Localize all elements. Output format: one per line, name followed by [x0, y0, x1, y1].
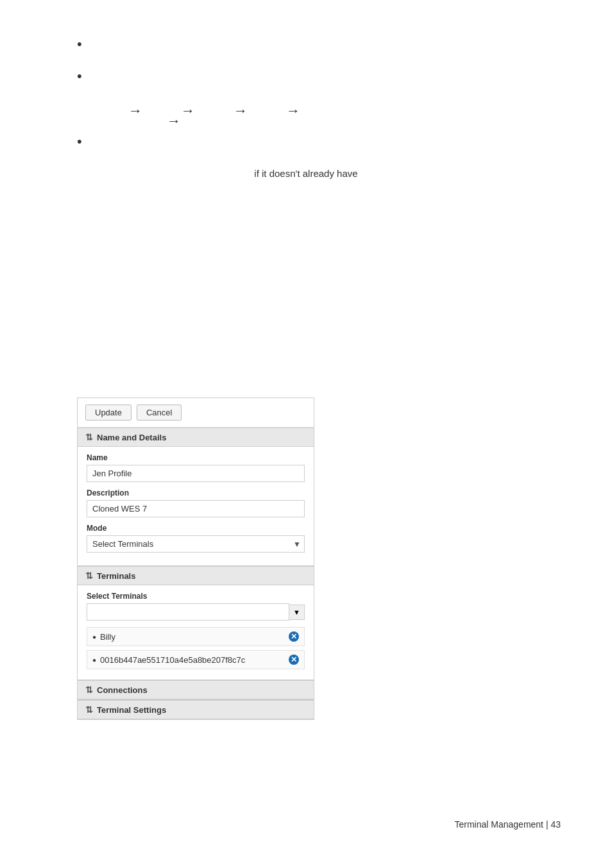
name-details-body: Name Description Mode Select Terminals A… — [78, 447, 314, 565]
terminals-section-header[interactable]: ⇅ Terminals — [78, 566, 314, 585]
terminals-body: Select Terminals ▼ ● Billy ✕ ● — [78, 585, 314, 680]
terminal-item-billy: ● Billy ✕ — [87, 627, 305, 646]
top-content: • • → → → → → • if it doesn't already ha… — [0, 0, 612, 211]
if-text: if it doesn't already have — [77, 168, 535, 179]
terminal-dot-billy: ● — [92, 633, 96, 640]
description-field: Description — [87, 488, 305, 517]
name-details-toggle-icon: ⇅ — [85, 432, 93, 442]
select-terminals-dropdown[interactable] — [87, 603, 289, 621]
description-input[interactable] — [87, 500, 305, 517]
remove-uuid-button[interactable]: ✕ — [289, 655, 299, 665]
terminals-section: ⇅ Terminals Select Terminals ▼ ● Billy — [78, 565, 314, 680]
mode-field: Mode Select Terminals All Terminals ▼ — [87, 524, 305, 553]
terminal-name-uuid: 0016b447ae551710a4e5a8be207f8c7c — [100, 655, 245, 665]
description-label: Description — [87, 488, 305, 497]
terminals-title: Terminals — [97, 571, 135, 581]
connections-section-header[interactable]: ⇅ Connections — [78, 680, 314, 699]
remove-billy-button[interactable]: ✕ — [289, 631, 299, 642]
update-button[interactable]: Update — [85, 405, 132, 421]
form-panel: Update Cancel ⇅ Name and Details Name De… — [77, 397, 314, 720]
connections-section: ⇅ Connections — [78, 680, 314, 699]
footer-text: Terminal Management | 43 — [455, 819, 561, 830]
terminals-toggle-icon: ⇅ — [85, 571, 93, 581]
select-terminals-row: Select Terminals ▼ — [87, 592, 305, 621]
arrow-1: → — [128, 103, 142, 119]
arrow-4: → — [286, 103, 300, 119]
select-terminals-arrow-btn[interactable]: ▼ — [289, 605, 305, 620]
connections-toggle-icon: ⇅ — [85, 685, 93, 695]
bullet-item-1: • — [77, 38, 535, 51]
bullet-section-2: • — [77, 71, 535, 83]
page-footer: Terminal Management | 43 — [455, 819, 561, 830]
bullet-item-2: • — [77, 71, 535, 83]
arrow-sub: → — [167, 113, 181, 129]
terminal-settings-section: ⇅ Terminal Settings — [78, 699, 314, 719]
name-details-title: Name and Details — [97, 433, 166, 442]
terminal-settings-toggle-icon: ⇅ — [85, 705, 93, 715]
arrow-3: → — [234, 103, 248, 119]
terminal-dot-uuid: ● — [92, 656, 96, 664]
terminal-item-uuid-left: ● 0016b447ae551710a4e5a8be207f8c7c — [92, 655, 245, 665]
name-details-section-header[interactable]: ⇅ Name and Details — [78, 428, 314, 447]
terminal-item-billy-left: ● Billy — [92, 632, 115, 642]
bullet-item-3: • — [77, 136, 535, 149]
select-terminals-wrapper: ▼ — [87, 603, 305, 621]
terminal-settings-section-header[interactable]: ⇅ Terminal Settings — [78, 700, 314, 719]
terminal-name-billy: Billy — [100, 632, 115, 642]
bullet-section-3: • — [77, 136, 535, 149]
select-terminals-label: Select Terminals — [87, 592, 305, 601]
name-input[interactable] — [87, 465, 305, 482]
name-label: Name — [87, 453, 305, 462]
terminal-item-uuid: ● 0016b447ae551710a4e5a8be207f8c7c ✕ — [87, 650, 305, 669]
arrow-sub-row: → — [167, 113, 535, 129]
terminal-settings-title: Terminal Settings — [97, 705, 166, 715]
mode-select[interactable]: Select Terminals All Terminals — [87, 535, 305, 553]
form-toolbar: Update Cancel — [78, 398, 314, 428]
mode-label: Mode — [87, 524, 305, 533]
bullet-section-1: • — [77, 38, 535, 51]
connections-title: Connections — [97, 685, 148, 695]
bullet-dot-2: • — [77, 69, 82, 83]
bullet-dot-1: • — [77, 37, 82, 51]
name-field: Name — [87, 453, 305, 482]
bullet-dot-3: • — [77, 135, 82, 149]
mode-select-wrapper: Select Terminals All Terminals ▼ — [87, 535, 305, 553]
cancel-button[interactable]: Cancel — [137, 405, 182, 421]
